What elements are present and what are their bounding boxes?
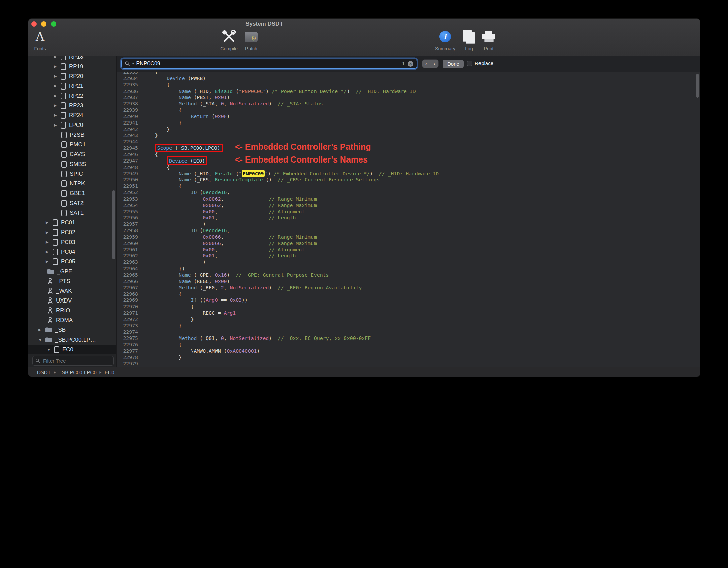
code-line: 22973 } [117,323,700,329]
chevron-right-icon[interactable]: ▶ [54,113,61,117]
chevron-down-icon[interactable]: ▼ [47,348,54,352]
sidebar-item-sat1[interactable]: SAT1 [28,208,116,218]
sidebar-item-gpe[interactable]: _GPE [28,267,116,276]
sidebar-item-smbs[interactable]: SMBS [28,159,116,169]
chevron-right-icon[interactable]: ▶ [46,250,53,254]
close-button[interactable] [31,21,37,27]
sidebar-item-rp24[interactable]: ▶RP24 [28,110,116,120]
find-previous-button[interactable]: ‹ [422,60,430,68]
filter-tree-input[interactable] [42,358,111,364]
breadcrumb-ec0[interactable]: EC0 [105,369,114,375]
desktop: { "window": { "title": "System DSDT" }, … [0,0,728,568]
sidebar-item-ntpk[interactable]: NTPK [28,179,116,188]
code-line: 22951 { [117,183,700,189]
line-number: 22966 [117,278,138,285]
sidebar-item-rp18[interactable]: ▶RP18 [28,56,116,62]
chevron-right-icon[interactable]: ▶ [46,259,53,264]
folder-icon [45,327,52,333]
chevron-right-icon[interactable]: ▶ [46,230,53,235]
chevron-right-icon[interactable]: ▶ [46,220,53,225]
sidebar-item-label: RRIO [56,307,70,314]
sidebar-item-sat2[interactable]: SAT2 [28,198,116,208]
line-number: 22979 [117,361,138,367]
sidebar-item-wak[interactable]: _WAK [28,286,116,296]
sidebar-item-label: RP20 [69,73,84,80]
editor-scrollbar[interactable] [696,74,699,98]
sidebar-item-rp23[interactable]: ▶RP23 [28,101,116,110]
code-line: 22978 } [117,354,700,361]
chevron-right-icon[interactable]: ▶ [54,64,61,69]
sidebar-item-pc01[interactable]: ▶PC01 [28,218,116,227]
code-lines: 22933 {22934 Device (PWRB)22935 {22936 N… [117,72,700,367]
sidebar-item-label: _WAK [56,288,72,294]
breadcrumb-dsdt[interactable]: DSDT [37,369,51,375]
replace-checkbox[interactable] [467,61,472,66]
toolbar-print-button[interactable]: Print [477,28,500,51]
code-line: 22935 { [117,82,700,88]
line-number: 22977 [117,348,138,354]
sidebar-item-pmc1[interactable]: PMC1 [28,140,116,149]
sidebar-item-pc03[interactable]: ▶PC03 [28,237,116,247]
sidebar-item-p2sb[interactable]: P2SB [28,130,116,140]
sidebar-item-sb[interactable]: ▶_SB [28,325,116,335]
sidebar-item-pc05[interactable]: ▶PC05 [28,257,116,267]
code-line: 22947 Device (EC0)<- Embedded Controller… [117,158,700,164]
search-input[interactable] [136,60,401,67]
filter-tree-field[interactable] [32,356,114,366]
chevron-right-icon[interactable]: ▶ [54,56,61,59]
sidebar-item-label: _GPE [57,268,72,275]
traffic-lights [31,21,56,27]
sidebar-item-pc02[interactable]: ▶PC02 [28,227,116,237]
line-number: 22953 [117,196,138,202]
sidebar-item-label: SMBS [70,161,86,168]
find-next-button[interactable]: › [430,60,438,68]
toolbar-patch-button[interactable]: ⚙ Patch [239,28,263,51]
chevron-right-icon[interactable]: ▶ [54,74,61,78]
annotation-text: <- Embedded Controller’s Pathing [235,144,371,150]
code-line: 22972 } [117,316,700,323]
code-line: 22954 0x0062, // Range Maximum [117,202,700,209]
search-field[interactable]: ▾ 1 × [121,59,417,69]
sidebar-item-rrio[interactable]: RRIO [28,306,116,315]
sidebar-item-spic[interactable]: SPIC [28,169,116,179]
chevron-right-icon[interactable]: ▶ [46,240,53,244]
chevron-right-icon[interactable]: ▶ [54,103,61,108]
sidebar-item-rp19[interactable]: ▶RP19 [28,62,116,71]
sidebar: ▶RP18▶RP19▶RP20▶RP21▶RP22▶RP23▶RP24▶LPC0… [28,56,117,367]
document-icon [61,56,66,60]
sidebar-scrollbar[interactable] [112,190,115,259]
sidebar-item-pc04[interactable]: ▶PC04 [28,247,116,257]
toolbar-compile-button[interactable]: Compile [217,28,241,51]
clear-search-icon[interactable]: × [408,61,413,67]
minimize-button[interactable] [41,21,46,27]
code-editor[interactable]: 22933 {22934 Device (PWRB)22935 {22936 N… [117,72,700,367]
sidebar-item-ec0[interactable]: ▼EC0 [28,345,116,354]
search-menu-chevron-icon[interactable]: ▾ [132,62,134,65]
chevron-down-icon[interactable]: ▼ [38,338,45,342]
titlebar[interactable]: System DSDT A Fonts Compile ⚙ Patch [28,19,700,56]
sidebar-item-pts[interactable]: _PTS [28,276,116,286]
sidebar-item-cavs[interactable]: CAVS [28,149,116,159]
toolbar-fonts-button[interactable]: A Fonts [28,28,52,51]
sidebar-item-rp21[interactable]: ▶RP21 [28,81,116,91]
sidebar-item-gbe1[interactable]: GBE1 [28,188,116,198]
chevron-right-icon[interactable]: ▶ [54,94,61,98]
sidebar-item-rp20[interactable]: ▶RP20 [28,71,116,81]
sidebar-item-uxdv[interactable]: UXDV [28,296,116,306]
zoom-button[interactable] [51,21,56,27]
sidebar-item-rp22[interactable]: ▶RP22 [28,91,116,101]
chevron-right-icon[interactable]: ▶ [54,123,61,127]
chevron-right-icon[interactable]: ▶ [54,84,61,88]
code-line: 22965 Name (_GPE, 0x16) // _GPE: General… [117,272,700,278]
sidebar-item-rdma[interactable]: RDMA [28,315,116,325]
toolbar-summary-button[interactable]: i Summary [433,28,457,51]
sidebar-item-sbpc00lp[interactable]: ▼_SB.PC00.LP… [28,335,116,345]
sidebar-item-lpc0[interactable]: ▶LPC0 [28,120,116,130]
done-button[interactable]: Done [443,60,464,68]
breadcrumb-scope[interactable]: _SB.PC00.LPC0 [59,369,97,375]
line-number: 22939 [117,107,138,113]
printer-icon [482,31,496,43]
chevron-right-icon[interactable]: ▶ [38,328,45,332]
line-number: 22960 [117,240,138,247]
code-line: 22968 { [117,291,700,297]
